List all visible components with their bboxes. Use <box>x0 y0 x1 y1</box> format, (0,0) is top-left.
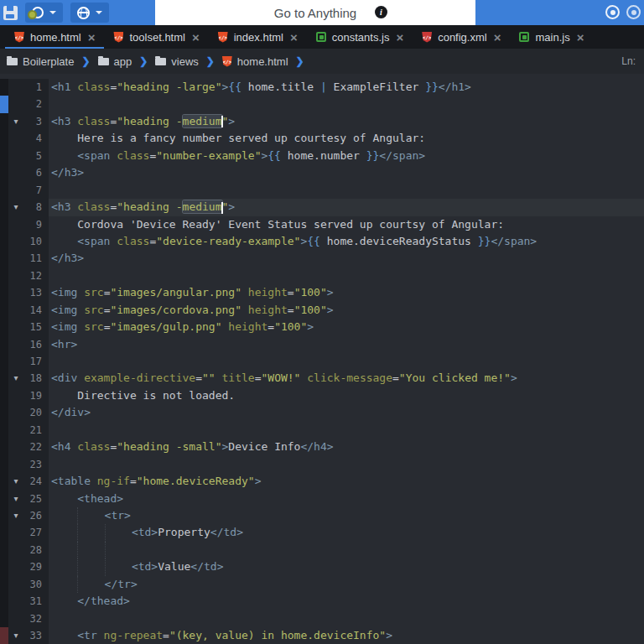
code-line-text[interactable]: <tr> <box>49 507 644 524</box>
code-line-text[interactable]: </h3> <box>49 250 644 267</box>
preview-button[interactable] <box>25 3 63 23</box>
code-line-text[interactable]: <span class="device-ready-example">{{ ho… <box>49 233 644 250</box>
fold-toggle-icon[interactable]: ▾ <box>8 491 23 507</box>
code-line-text[interactable]: <h4 class="heading -small">Device Info</… <box>49 439 644 455</box>
gutter-padding <box>42 507 49 524</box>
tab-constants.js[interactable]: constants.js× <box>307 25 413 49</box>
code-line-text[interactable]: <img src="images/angular.png" height="10… <box>49 284 644 301</box>
code-line-text[interactable]: Cordova 'Device Ready' Event Status serv… <box>49 216 644 233</box>
syntax-segment: class <box>77 80 110 93</box>
code-line-text[interactable]: </div> <box>49 404 644 421</box>
fold-toggle-icon[interactable]: ▾ <box>8 473 23 490</box>
code-line-text[interactable]: <td>Property</td> <box>49 524 644 541</box>
code-line-text[interactable]: <div example-directive="" title="WOW!" c… <box>49 370 644 387</box>
line-number: 16 <box>23 336 42 353</box>
tab-index.html[interactable]: </>index.html× <box>209 25 307 49</box>
code-line-text[interactable]: <tr ng-repeat="(key, value) in home.devi… <box>49 627 644 644</box>
margin-strip <box>0 422 8 439</box>
margin-strip <box>0 216 8 233</box>
tab-toolset.html[interactable]: </>toolset.html× <box>104 25 208 49</box>
close-icon[interactable]: × <box>192 31 200 44</box>
code-editor[interactable]: 1<h1 class="heading -large">{{ home.titl… <box>0 74 644 644</box>
fold-column <box>8 336 23 353</box>
fold-column <box>8 558 23 575</box>
syntax-segment: "heading - <box>117 200 182 213</box>
breadcrumb-bar: Boilerplate❯app❯views❯</>home.html❯ Ln: <box>0 49 644 74</box>
breadcrumb-item-views[interactable]: views <box>155 55 199 68</box>
indent-guide <box>77 558 104 575</box>
save-icon[interactable] <box>3 6 18 20</box>
syntax-segment: <td> <box>132 526 158 538</box>
syntax-segment: "home.deviceReady" <box>137 475 255 487</box>
code-line-text[interactable]: </thead> <box>49 593 644 610</box>
code-line-text[interactable]: <h3 class="heading -medium"> <box>49 199 644 216</box>
code-line-text[interactable]: Here is a fancy number served up courtes… <box>49 130 644 147</box>
syntax-segment: class <box>77 115 110 127</box>
fold-toggle-icon[interactable]: ▾ <box>8 507 23 524</box>
syntax-segment: </thead> <box>77 595 130 607</box>
code-line: ▾8<h3 class="heading -medium"> <box>0 199 644 216</box>
fold-toggle-icon[interactable]: ▾ <box>8 199 23 216</box>
gutter-padding <box>42 79 49 96</box>
code-line-text[interactable]: <td>Value</td> <box>49 558 644 575</box>
indent-guide <box>51 507 77 524</box>
code-line: ▾3<h3 class="heading -medium"> <box>0 113 644 130</box>
gutter-padding <box>42 627 49 644</box>
code-line-text[interactable]: <hr> <box>49 336 644 353</box>
syntax-segment: <h1 <box>51 80 70 93</box>
code-line-text[interactable]: <img src="images/gulp.png" height="100"> <box>49 319 644 335</box>
code-line-text[interactable] <box>49 353 644 370</box>
html-file-icon: </> <box>222 56 232 67</box>
fold-column <box>8 576 23 593</box>
code-line-text[interactable] <box>49 182 644 199</box>
go-to-anything-input[interactable]: Go to Anything i <box>155 0 475 25</box>
close-icon[interactable]: × <box>88 31 96 44</box>
tab-home.html[interactable]: </>home.html× <box>5 25 104 49</box>
gutter-padding <box>42 130 49 147</box>
code-line-text[interactable] <box>49 422 644 439</box>
margin-strip <box>0 319 8 335</box>
browser-preview-button[interactable] <box>70 3 109 23</box>
code-line-text[interactable] <box>49 96 644 112</box>
pane-toggle-icon-2[interactable] <box>626 5 641 19</box>
pane-toggle-icon-1[interactable] <box>605 5 620 19</box>
breadcrumb: Boilerplate❯app❯views❯</>home.html❯ <box>7 55 304 68</box>
code-line-text[interactable]: <h3 class="heading -medium"> <box>49 113 644 130</box>
margin-strip <box>0 113 8 130</box>
code-line-text[interactable] <box>49 267 644 284</box>
code-line-text[interactable]: <span class="number-example">{{ home.num… <box>49 148 644 164</box>
close-icon[interactable]: × <box>290 31 298 44</box>
code-line-text[interactable]: <thead> <box>49 491 644 507</box>
code-line-text[interactable] <box>49 456 644 473</box>
fold-toggle-icon[interactable]: ▾ <box>8 113 23 130</box>
code-line-text[interactable]: <h1 class="heading -large">{{ home.title… <box>49 79 644 96</box>
tab-main.js[interactable]: main.js× <box>510 25 593 49</box>
line-number: 8 <box>23 199 42 216</box>
syntax-segment: {{ <box>228 80 242 93</box>
code-line-text[interactable] <box>49 610 644 627</box>
code-line-text[interactable]: </h3> <box>49 164 644 181</box>
gutter-padding <box>42 182 49 199</box>
syntax-segment: <span <box>77 149 110 162</box>
code-line-text[interactable]: Directive is not loaded. <box>49 387 644 404</box>
fold-toggle-icon[interactable]: ▾ <box>8 627 23 644</box>
code-line-text[interactable]: <table ng-if="home.deviceReady"> <box>49 473 644 490</box>
fold-column <box>8 319 23 335</box>
fold-toggle-icon[interactable]: ▾ <box>8 370 23 387</box>
info-icon[interactable]: i <box>375 6 387 18</box>
code-line-text[interactable]: <img src="images/cordova.png" height="10… <box>49 302 644 319</box>
breadcrumb-item-Boilerplate[interactable]: Boilerplate <box>7 55 74 68</box>
syntax-segment: = <box>392 371 399 384</box>
tab-config.xml[interactable]: </>config.xml× <box>413 25 510 49</box>
margin-strip <box>0 491 8 507</box>
breadcrumb-item-app[interactable]: app <box>98 55 132 68</box>
margin-strip <box>0 542 8 558</box>
code-line-text[interactable] <box>49 542 644 558</box>
code-line: ▾33<tr ng-repeat="(key, value) in home.d… <box>0 627 644 644</box>
gutter-padding <box>42 456 49 473</box>
close-icon[interactable]: × <box>577 31 584 44</box>
close-icon[interactable]: × <box>396 31 403 44</box>
code-line-text[interactable]: </tr> <box>49 576 644 593</box>
close-icon[interactable]: × <box>494 31 501 44</box>
breadcrumb-item-home.html[interactable]: </>home.html <box>222 55 288 68</box>
